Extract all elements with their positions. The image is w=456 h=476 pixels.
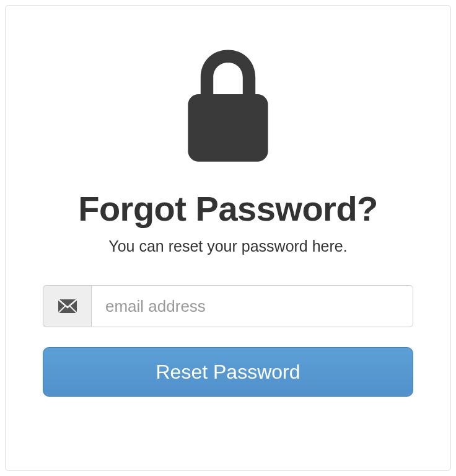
email-field[interactable] [91, 285, 413, 327]
page-title: Forgot Password? [43, 188, 413, 229]
page-subtitle: You can reset your password here. [43, 237, 413, 255]
lock-icon [43, 49, 413, 167]
svg-rect-0 [188, 94, 268, 162]
email-input-group [43, 285, 413, 327]
envelope-icon [43, 285, 91, 327]
forgot-password-panel: Forgot Password? You can reset your pass… [5, 5, 451, 471]
reset-password-button[interactable]: Reset Password [43, 347, 413, 397]
